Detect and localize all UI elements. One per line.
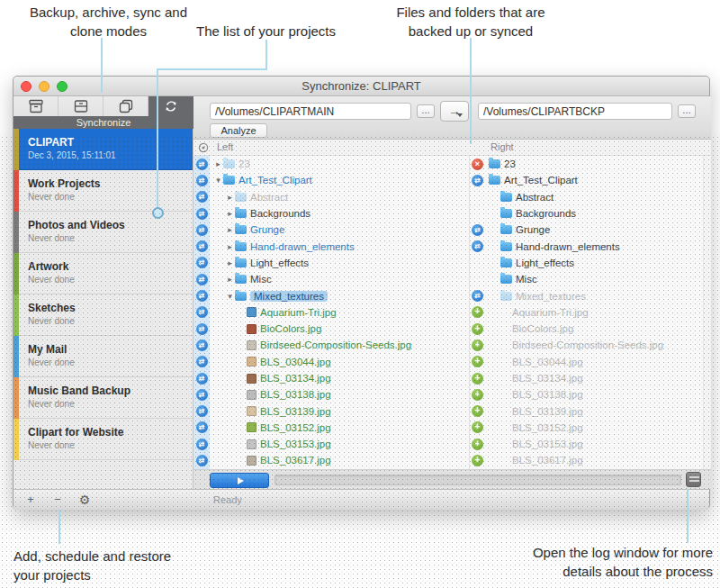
file-row[interactable]: ⇄BLS_03139.jpg+BLS_03139.jpg	[194, 403, 711, 419]
file-row[interactable]: ⇄▸Hand-drawn_elements⇄Hand-drawn_element…	[194, 238, 711, 254]
title-bar[interactable]: Synchronize: CLIPART	[14, 77, 709, 96]
browse-source-button[interactable]: …	[417, 104, 435, 118]
right-item-cell[interactable]: Backgrounds	[485, 205, 711, 222]
disclosure-triangle[interactable]: ▾	[213, 176, 223, 185]
right-item-cell[interactable]: 23	[485, 156, 711, 172]
start-sync-button[interactable]	[210, 473, 269, 488]
disclosure-triangle[interactable]: ▸	[225, 225, 235, 234]
file-row[interactable]: ⇄BLS_03153.jpg+BLS_03153.jpg	[194, 436, 711, 452]
sidebar-project-item[interactable]: Photos and VideosNever done	[14, 212, 193, 253]
right-item-cell[interactable]: Mixed_textures	[485, 287, 711, 303]
sync-status-icon: ⇄	[196, 257, 208, 268]
folder-icon	[235, 242, 247, 251]
left-item-cell[interactable]: ▸Backgrounds	[210, 205, 469, 222]
right-item-cell[interactable]: BLS_03617.jpg	[485, 452, 711, 468]
project-name: Photos and Videos	[14, 212, 193, 231]
browse-destination-button[interactable]: …	[678, 104, 696, 118]
file-row[interactable]: ⇄BLS_03044.jpg+BLS_03044.jpg	[194, 354, 711, 370]
tab-backup[interactable]	[14, 96, 58, 116]
right-item-cell[interactable]: Light_effects	[485, 255, 711, 271]
right-item-cell[interactable]: Grunge	[485, 222, 711, 238]
right-item-cell[interactable]: Hand-drawn_elements	[485, 238, 711, 254]
file-row[interactable]: ⇄▾Mixed_textures⇄Mixed_textures	[194, 287, 711, 303]
add-project-button[interactable]: +	[21, 493, 40, 507]
right-item-cell[interactable]: Art_Test_Clipart	[485, 172, 711, 188]
left-item-cell[interactable]: BLS_03138.jpg	[210, 386, 469, 403]
left-item-cell[interactable]: ▾Art_Test_Clipart	[210, 172, 469, 188]
file-name: BLS_03617.jpg	[260, 455, 331, 466]
left-item-cell[interactable]: BioColors.jpg	[210, 321, 469, 337]
tab-archive[interactable]	[58, 96, 104, 116]
file-row[interactable]: ⇄Aquarium-Tri.jpg+Aquarium-Tri.jpg	[194, 304, 711, 321]
file-row[interactable]: ⇄▾Art_Test_Clipart⇄Art_Test_Clipart	[194, 172, 711, 188]
right-item-cell[interactable]: Birdseed-Composition-Seeds.jpg	[485, 337, 711, 353]
right-item-cell[interactable]: BLS_03153.jpg	[485, 436, 711, 452]
left-item-cell[interactable]: ▸Misc	[210, 271, 469, 287]
left-item-cell[interactable]: BLS_03134.jpg	[210, 370, 469, 386]
left-item-cell[interactable]: ▸Light_effects	[210, 255, 469, 271]
right-item-cell[interactable]: BioColors.jpg	[485, 321, 711, 337]
disclosure-triangle[interactable]: ▸	[225, 275, 235, 284]
sync-status-icon: ⇄	[196, 356, 208, 367]
file-row[interactable]: ⇄▸MiscMisc	[194, 271, 711, 287]
disclosure-triangle[interactable]: ▸	[225, 242, 235, 251]
sidebar-project-item[interactable]: Clipart for WebsiteNever done	[14, 419, 193, 460]
right-item-cell[interactable]: BLS_03044.jpg	[485, 354, 711, 370]
file-row[interactable]: ⇄BioColors.jpg+BioColors.jpg	[194, 321, 711, 337]
right-item-cell[interactable]: BLS_03152.jpg	[485, 420, 711, 436]
direction-target-icon[interactable]	[198, 142, 209, 155]
left-item-cell[interactable]: BLS_03152.jpg	[210, 420, 469, 436]
right-item-cell[interactable]: Misc	[485, 271, 711, 287]
file-row[interactable]: ⇄BLS_03138.jpg+BLS_03138.jpg	[194, 386, 711, 403]
tab-synchronize[interactable]	[148, 96, 194, 116]
file-row[interactable]: ⇄▸23×23	[194, 156, 711, 172]
right-item-cell[interactable]: BLS_03139.jpg	[485, 403, 711, 419]
sidebar-project-item[interactable]: Work ProjectsNever done	[14, 170, 193, 212]
gear-icon[interactable]: ⚙	[75, 493, 94, 507]
left-item-cell[interactable]: BLS_03139.jpg	[210, 403, 469, 419]
disclosure-triangle[interactable]: ▸	[225, 209, 235, 218]
tab-clone[interactable]	[104, 96, 148, 116]
sidebar-project-item[interactable]: Music Band BackupNever done	[14, 377, 193, 419]
left-item-cell[interactable]: ▸Grunge	[210, 222, 469, 238]
file-row[interactable]: ⇄▸Light_effectsLight_effects	[194, 255, 711, 271]
scrollbar-track[interactable]	[703, 156, 711, 489]
destination-path-field[interactable]	[478, 103, 672, 120]
left-item-cell[interactable]: ▸23	[210, 156, 469, 172]
sidebar-project-item[interactable]: ArtworkNever done	[14, 253, 193, 294]
file-row[interactable]: ⇄BLS_03617.jpg+BLS_03617.jpg	[194, 452, 711, 468]
left-item-cell[interactable]: BLS_03044.jpg	[210, 354, 469, 370]
left-item-cell[interactable]: Aquarium-Tri.jpg	[210, 304, 469, 321]
left-item-cell[interactable]: ▾Mixed_textures	[210, 287, 469, 303]
file-row[interactable]: ⇄▸AbstractAbstract	[194, 189, 711, 205]
sidebar-project-item[interactable]: CLIPARTDec 3, 2015, 15:11:01	[14, 129, 193, 170]
left-item-cell[interactable]: BLS_03153.jpg	[210, 436, 469, 452]
sidebar-project-item[interactable]: SketchesNever done	[14, 294, 193, 336]
disclosure-triangle[interactable]: ▸	[213, 159, 223, 168]
right-status-cell: +	[469, 304, 485, 321]
right-item-cell[interactable]: Aquarium-Tri.jpg	[485, 304, 711, 321]
remove-project-button[interactable]: −	[48, 493, 68, 507]
sidebar-project-item[interactable]: My MailNever done	[14, 336, 193, 377]
file-row[interactable]: ⇄BLS_03152.jpg+BLS_03152.jpg	[194, 420, 711, 436]
file-name: Grunge	[250, 224, 284, 235]
left-item-cell[interactable]: ▸Abstract	[210, 189, 469, 205]
right-item-cell[interactable]: Abstract	[485, 189, 711, 205]
file-row[interactable]: ⇄Birdseed-Composition-Seeds.jpg+Birdseed…	[194, 337, 711, 353]
disclosure-triangle[interactable]: ▾	[225, 292, 235, 301]
disclosure-triangle[interactable]: ▸	[225, 258, 235, 267]
left-item-cell[interactable]: BLS_03617.jpg	[210, 452, 469, 468]
right-item-cell[interactable]: BLS_03138.jpg	[485, 386, 711, 403]
sync-direction-button[interactable]: →	[440, 101, 469, 122]
analyze-button[interactable]: Analyze	[210, 123, 267, 138]
right-item-cell[interactable]: BLS_03134.jpg	[485, 370, 711, 386]
left-item-cell[interactable]: ▸Hand-drawn_elements	[210, 238, 469, 254]
log-window-button[interactable]	[686, 472, 701, 487]
callout-line-add-schedule	[58, 510, 60, 544]
disclosure-triangle[interactable]: ▸	[225, 193, 235, 202]
left-item-cell[interactable]: Birdseed-Composition-Seeds.jpg	[210, 337, 469, 353]
source-path-field[interactable]	[210, 103, 411, 120]
file-row[interactable]: ⇄▸BackgroundsBackgrounds	[194, 205, 711, 222]
file-row[interactable]: ⇄▸Grunge⇄Grunge	[194, 222, 711, 238]
file-row[interactable]: ⇄BLS_03134.jpg+BLS_03134.jpg	[194, 370, 711, 386]
